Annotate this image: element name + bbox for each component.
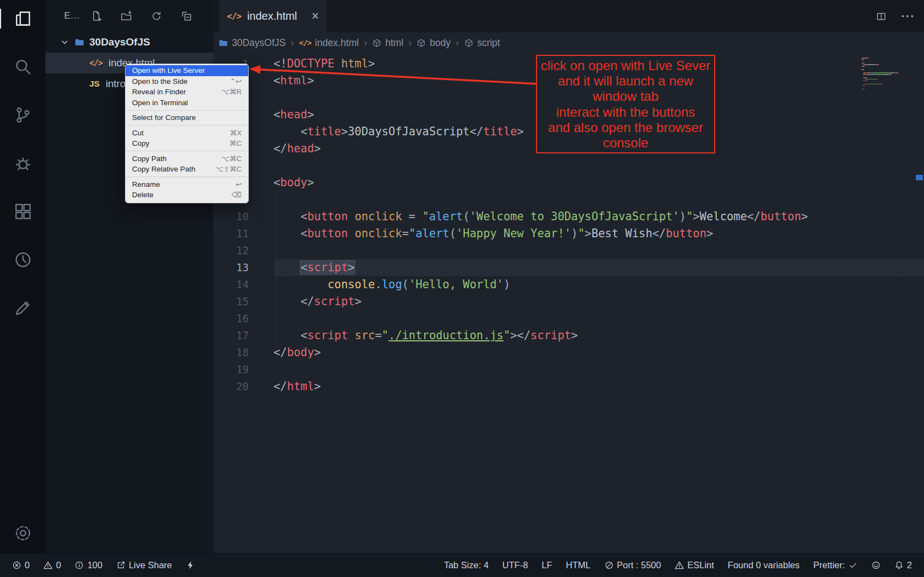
menu-separator xyxy=(126,125,248,125)
menu-item-copy-path[interactable]: Copy Path⌥⌘C xyxy=(126,153,248,164)
minimap-line xyxy=(862,61,916,62)
breadcrumb-label: html xyxy=(385,37,403,49)
menu-item-select-for-compare[interactable]: Select for Compare xyxy=(126,112,248,123)
menu-separator xyxy=(126,110,248,111)
collapse-all-button[interactable] xyxy=(180,9,193,22)
activity-source-control[interactable] xyxy=(11,104,35,126)
breadcrumb-index-html[interactable]: </>index.html xyxy=(299,37,359,49)
minimap[interactable] xyxy=(862,58,916,90)
pen-icon xyxy=(14,299,32,317)
menu-item-reveal-in-finder[interactable]: Reveal in Finder⌥⌘R xyxy=(126,87,248,98)
code-line-13[interactable]: 13 <script> xyxy=(213,259,924,276)
menu-item-shortcut: ⌘C xyxy=(230,139,242,148)
code-text: <script src="./introduction.js"></script… xyxy=(249,327,578,344)
menu-item-shortcut: ⌃↩ xyxy=(230,77,242,86)
activity-feedback[interactable] xyxy=(11,297,35,319)
code-line-10[interactable]: 10 <button onclick = "alert('Welcome to … xyxy=(213,208,924,225)
menu-item-delete[interactable]: Delete⌫ xyxy=(126,190,248,201)
status-label: Found 0 variables xyxy=(728,560,800,570)
minimap-line xyxy=(862,67,916,68)
minimap-line xyxy=(862,84,916,85)
status-zap[interactable] xyxy=(186,561,195,570)
activity-settings[interactable] xyxy=(11,522,35,544)
line-number: 16 xyxy=(213,310,249,327)
code-text: <button onclick="alert('Happy New Year!'… xyxy=(249,225,713,242)
status-label: Prettier: xyxy=(813,560,845,570)
js-file-icon: JS xyxy=(89,79,100,89)
status-label: 0 xyxy=(56,560,61,570)
menu-item-shortcut: ↩ xyxy=(236,180,242,189)
menu-item-copy-relative-path[interactable]: Copy Relative Path⌥⇧⌘C xyxy=(126,164,248,175)
symbol-icon xyxy=(417,38,426,48)
code-text: <title>30DaysOfJavaScript</title> xyxy=(249,123,524,140)
collapse-all-icon xyxy=(181,10,192,22)
breadcrumb-script[interactable]: script xyxy=(464,37,500,49)
breadcrumb-body[interactable]: body xyxy=(417,37,450,49)
status-html[interactable]: HTML xyxy=(566,560,591,570)
code-line-8[interactable]: 8<body> xyxy=(213,174,924,191)
new-folder-button[interactable] xyxy=(119,9,133,22)
status-info-100[interactable]: 100 xyxy=(75,560,102,570)
search-icon xyxy=(14,58,32,76)
menu-item-open-in-terminal[interactable]: Open in Terminal xyxy=(126,98,248,108)
code-line-12[interactable]: 12 xyxy=(213,242,924,259)
breadcrumb-html[interactable]: html xyxy=(372,37,403,49)
code-line-9[interactable]: 9 xyxy=(213,191,924,208)
breadcrumb-30daysofjs[interactable]: 30DaysOfJS xyxy=(219,37,286,49)
status-lf[interactable]: LF xyxy=(541,560,552,570)
status-bar: 00100Live Share Tab Size: 4UTF-8LFHTMLPo… xyxy=(0,553,924,577)
activity-explorer[interactable] xyxy=(11,8,35,30)
menu-item-open-to-the-side[interactable]: Open to the Side⌃↩ xyxy=(126,76,248,87)
activity-bar-top xyxy=(11,8,35,319)
source-control-icon xyxy=(14,106,32,124)
refresh-button[interactable] xyxy=(150,9,163,22)
status-warning-0[interactable]: 0 xyxy=(43,560,61,570)
activity-timeline[interactable] xyxy=(11,249,35,271)
new-file-button[interactable] xyxy=(89,9,102,22)
status-live-share-live-share[interactable]: Live Share xyxy=(116,560,172,570)
code-text xyxy=(249,242,273,259)
status-label: 100 xyxy=(87,560,102,570)
menu-item-copy[interactable]: Copy⌘C xyxy=(126,138,248,149)
status-tab-size-4[interactable]: Tab Size: 4 xyxy=(444,560,489,570)
code-text xyxy=(249,310,273,327)
activity-search[interactable] xyxy=(11,56,35,78)
code-text xyxy=(249,361,273,378)
menu-item-open-with-live-server[interactable]: Open with Live Server xyxy=(126,65,248,76)
code-text: </script> xyxy=(249,293,361,310)
status-bell-2[interactable]: 2 xyxy=(894,560,912,570)
close-tab-icon[interactable]: × xyxy=(312,10,319,22)
tab-index-html[interactable]: </> index.html × xyxy=(219,0,327,32)
code-line-15[interactable]: 15 </script> xyxy=(213,293,924,310)
activity-extensions[interactable] xyxy=(11,201,35,222)
code-line-18[interactable]: 18</body> xyxy=(213,344,924,361)
status-found-0-variables[interactable]: Found 0 variables xyxy=(728,560,800,570)
breadcrumb-label: 30DaysOfJS xyxy=(232,37,286,49)
code-line-7[interactable]: 7 xyxy=(213,157,924,174)
status-warning-eslint[interactable]: ESLint xyxy=(675,560,714,570)
menu-item-rename[interactable]: Rename↩ xyxy=(126,179,248,190)
more-actions-icon[interactable]: ⋯ xyxy=(900,8,915,25)
clock-icon xyxy=(14,250,32,269)
status-error-0[interactable]: 0 xyxy=(12,560,30,570)
code-line-17[interactable]: 17 <script src="./introduction.js"></scr… xyxy=(213,327,924,344)
status-port-port-5500[interactable]: Port : 5500 xyxy=(604,560,661,570)
tree-root-folder[interactable]: 30DaysOfJS xyxy=(45,32,213,53)
split-editor-icon[interactable] xyxy=(876,12,886,21)
annotation-box: click on open with Live Sever and it wil… xyxy=(536,55,715,153)
menu-item-label: Open with Live Server xyxy=(132,66,205,75)
code-line-19[interactable]: 19 xyxy=(213,361,924,378)
breadcrumb-label: body xyxy=(430,37,450,49)
activity-run-debug[interactable] xyxy=(11,152,35,174)
error-icon xyxy=(12,561,21,570)
code-line-14[interactable]: 14 console.log('Hello, World') xyxy=(213,276,924,293)
code-line-16[interactable]: 16 xyxy=(213,310,924,327)
status-smiley[interactable] xyxy=(871,561,881,570)
status-utf-8[interactable]: UTF-8 xyxy=(503,560,528,570)
menu-item-cut[interactable]: Cut⌘X xyxy=(126,128,248,139)
code-line-11[interactable]: 11 <button onclick="alert('Happy New Yea… xyxy=(213,225,924,242)
code-line-20[interactable]: 20</html> xyxy=(213,378,924,395)
zap-icon xyxy=(186,561,195,570)
menu-item-label: Open in Terminal xyxy=(132,99,188,107)
status-prettier[interactable]: Prettier: xyxy=(813,560,858,570)
